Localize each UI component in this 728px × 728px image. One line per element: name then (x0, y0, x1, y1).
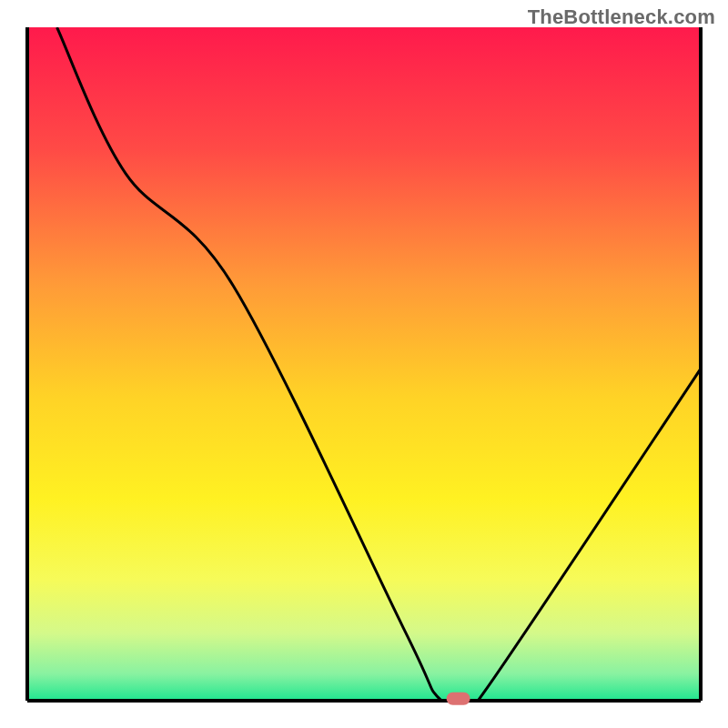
bottleneck-chart (0, 0, 728, 728)
optimal-marker (447, 693, 470, 705)
gradient-background (27, 27, 701, 701)
watermark-text: TheBottleneck.com (528, 5, 715, 29)
chart-stage: TheBottleneck.com (0, 0, 728, 728)
